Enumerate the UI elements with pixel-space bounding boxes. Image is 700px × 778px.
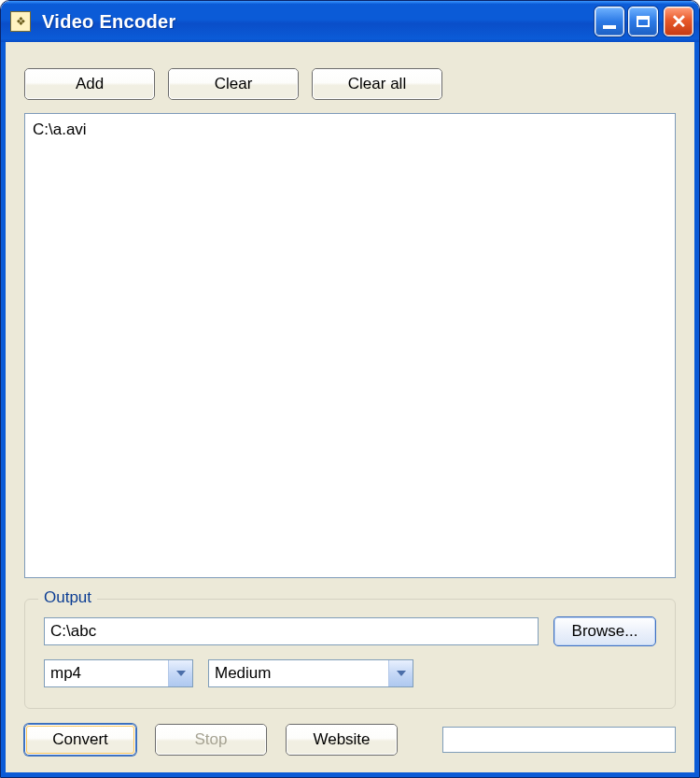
- clear-button[interactable]: Clear: [168, 68, 299, 100]
- clear-all-button[interactable]: Clear all: [312, 68, 442, 100]
- toolbar: Add Clear Clear all: [24, 68, 676, 100]
- website-button[interactable]: Website: [286, 724, 398, 756]
- close-icon: ✕: [671, 12, 687, 31]
- bottom-bar: Convert Stop Website: [24, 724, 676, 756]
- maximize-icon: [637, 16, 650, 27]
- window-title: Video Encoder: [42, 11, 176, 33]
- file-list[interactable]: C:\a.avi: [24, 113, 676, 578]
- chevron-down-icon: [388, 660, 413, 686]
- browse-button[interactable]: Browse...: [553, 616, 656, 646]
- quality-select-value: Medium: [215, 664, 271, 683]
- format-select-value: mp4: [50, 664, 81, 683]
- maximize-button[interactable]: [628, 7, 658, 36]
- quality-select[interactable]: Medium: [208, 659, 413, 687]
- minimize-icon: [603, 25, 616, 29]
- minimize-button[interactable]: [595, 7, 624, 36]
- progress-bar: [442, 727, 676, 753]
- client-area: Add Clear Clear all C:\a.avi Output Brow…: [6, 42, 694, 772]
- chevron-down-icon: [168, 660, 192, 686]
- add-button[interactable]: Add: [24, 68, 155, 100]
- output-path-input[interactable]: [44, 617, 539, 645]
- output-legend: Output: [38, 588, 97, 607]
- format-select[interactable]: mp4: [44, 659, 193, 687]
- window-frame: ❖ Video Encoder ✕ Add Clear Clear all C:…: [0, 0, 700, 778]
- titlebar[interactable]: ❖ Video Encoder ✕: [1, 1, 699, 42]
- close-button[interactable]: ✕: [664, 7, 693, 36]
- list-item[interactable]: C:\a.avi: [33, 120, 667, 140]
- output-group: Output Browse... mp4 Medium: [24, 599, 676, 709]
- convert-button[interactable]: Convert: [24, 724, 136, 756]
- app-icon: ❖: [10, 11, 31, 32]
- stop-button[interactable]: Stop: [155, 724, 267, 756]
